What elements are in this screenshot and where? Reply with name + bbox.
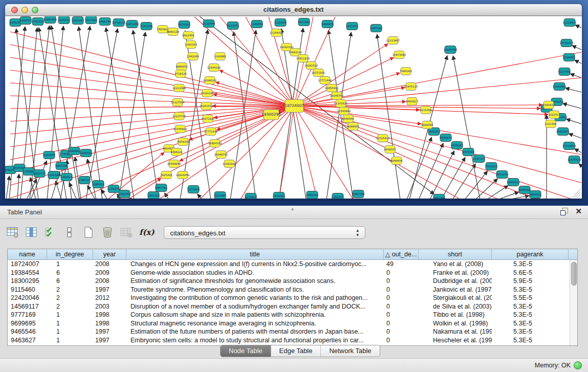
graph-node[interactable]: 9549557 xyxy=(384,146,396,154)
graph-node[interactable]: 9699695 xyxy=(421,121,433,129)
graph-node[interactable]: 1801360 xyxy=(433,194,445,199)
graph-node[interactable]: 1125449 xyxy=(274,19,286,27)
graph-node[interactable]: 12161620 xyxy=(334,100,347,107)
graph-node[interactable]: 16648784 xyxy=(444,46,458,54)
graph-node[interactable]: 16046750 xyxy=(330,92,343,100)
graph-node[interactable]: 8938914 xyxy=(440,134,452,142)
graph-node[interactable]: 16320100 xyxy=(201,90,214,97)
graph-node[interactable]: 8466160 xyxy=(99,18,111,26)
tab-node-table[interactable]: Node Table xyxy=(221,345,271,357)
graph-node[interactable]: 15751074 xyxy=(560,39,574,47)
graph-node[interactable]: 17771430 xyxy=(204,128,217,136)
graph-node[interactable]: 12215700 xyxy=(172,113,186,120)
graph-node[interactable]: 15811220 xyxy=(296,55,310,62)
graph-node[interactable]: 17016504 xyxy=(562,142,576,150)
splitter-handle-icon[interactable]: ▲ xyxy=(290,206,295,211)
table-row[interactable]: 977716911998Corpus callosum shape and si… xyxy=(8,311,577,319)
graph-node[interactable]: 18724007 xyxy=(285,100,304,113)
graph-node[interactable]: 7151526 xyxy=(140,23,152,30)
graph-node[interactable]: 1210366 xyxy=(545,120,556,128)
graph-node[interactable]: 8660128 xyxy=(167,28,179,36)
table-row[interactable]: 1938455462009Genome-wide association stu… xyxy=(8,269,577,277)
graph-node[interactable]: 11675330 xyxy=(568,156,581,164)
table-row[interactable]: 946362711997Embryonic stem cells: a mode… xyxy=(8,336,577,345)
graph-node[interactable]: 6879197 xyxy=(451,142,463,149)
float-panel-icon[interactable] xyxy=(560,208,568,215)
graph-node[interactable]: 1664978 xyxy=(321,20,333,28)
table-row[interactable]: 1872400712008Changes of HCN gene express… xyxy=(8,260,577,269)
graph-node[interactable]: 9889655 xyxy=(176,63,187,71)
graph-node[interactable]: 8471676 xyxy=(496,171,508,179)
table-row[interactable]: 1830029562008Estimation of significance … xyxy=(8,277,577,286)
graph-node[interactable]: 9549556 xyxy=(342,115,354,123)
rows-icon[interactable] xyxy=(63,227,76,238)
graph-node[interactable]: 9463627 xyxy=(406,98,418,105)
graph-node[interactable]: 1990601 xyxy=(68,147,80,155)
graph-node[interactable]: 16271920 xyxy=(201,115,214,123)
graph-node[interactable]: 2020655 xyxy=(43,151,55,159)
graph-node[interactable]: 8099656 xyxy=(390,157,402,165)
graph-node[interactable]: 11540990 xyxy=(337,107,351,115)
graph-node[interactable]: 12213388 xyxy=(172,84,186,92)
table-row[interactable]: 1456911722003Disruption of a novel membe… xyxy=(8,302,577,311)
graph-node[interactable]: 12161610 xyxy=(223,160,236,168)
resize-corner-icon[interactable] xyxy=(572,189,580,198)
graph-node[interactable]: 8099655 xyxy=(347,123,359,130)
graph-node[interactable]: 1942737 xyxy=(33,170,45,178)
graph-node[interactable]: 11545900 xyxy=(173,125,187,133)
graph-node[interactable]: 1156869 xyxy=(23,168,34,176)
graph-node[interactable]: 12213967 xyxy=(386,37,400,45)
graph-node[interactable]: 10719135 xyxy=(112,19,125,27)
graph-node[interactable]: 8912954 xyxy=(182,32,194,39)
graph-node[interactable]: 1071919 xyxy=(346,23,358,30)
graph-node[interactable]: 1942788 xyxy=(352,190,364,198)
table-row[interactable]: 969969511998Structural magnetic resonanc… xyxy=(8,319,577,328)
vertical-scrollbar[interactable] xyxy=(570,260,577,345)
table-row[interactable]: 946554611997Estimation of the future num… xyxy=(8,327,577,336)
graph-node[interactable]: 17771440 xyxy=(318,77,332,84)
graph-node[interactable]: 10654112 xyxy=(507,179,520,186)
graph-node[interactable]: 18300295 xyxy=(262,110,281,120)
graph-node[interactable]: 1292346 xyxy=(118,190,130,198)
graph-node[interactable]: 16854340 xyxy=(325,84,338,92)
graph-node[interactable]: 10973493 xyxy=(393,51,406,59)
graph-node[interactable]: 16261520 xyxy=(304,62,318,70)
graph-node[interactable]: 9997588 xyxy=(55,162,67,170)
graph-node[interactable]: 16271930 xyxy=(312,69,325,77)
graph-node[interactable]: 1061520 xyxy=(147,192,159,199)
tab-network-table[interactable]: Network Table xyxy=(320,345,379,357)
graph-node[interactable]: 7485063 xyxy=(400,68,411,75)
graph-node[interactable]: 16096162 xyxy=(203,77,216,84)
new-document-icon[interactable] xyxy=(82,227,95,238)
graph-node[interactable]: 9856632 xyxy=(529,191,541,199)
graph-node[interactable]: 8572301 xyxy=(178,21,190,29)
network-graph[interactable]: 9335061240557237915162069140611065321053… xyxy=(5,16,582,199)
table-row[interactable]: 911546021997Tourette syndrome. Phenomeno… xyxy=(8,286,577,294)
graph-node[interactable]: 2342004 xyxy=(187,53,199,60)
graph-node[interactable]: 11118420 xyxy=(563,19,576,27)
close-panel-icon[interactable]: ✕ xyxy=(575,208,582,215)
tab-edge-table[interactable]: Edge Table xyxy=(271,345,321,357)
graph-node[interactable]: 1371648 xyxy=(187,186,199,193)
graph-node[interactable]: 16914459 xyxy=(176,171,189,179)
graph-node[interactable]: 11254419 xyxy=(270,29,283,37)
graph-node[interactable]: 15692971 xyxy=(556,128,570,136)
graph-node[interactable]: 1273645 xyxy=(245,193,256,199)
graph-node[interactable]: 9474444 xyxy=(462,148,474,156)
graph-node[interactable]: 7932621 xyxy=(485,163,497,170)
graph-node[interactable]: 1350577 xyxy=(332,193,343,199)
scrollbar-thumb[interactable] xyxy=(571,262,577,286)
graph-node[interactable]: 2935114 xyxy=(473,155,485,163)
table-settings-icon[interactable] xyxy=(7,227,19,238)
graph-node[interactable]: 16261510 xyxy=(200,102,213,110)
column-header-out_de[interactable]: △ out_de... xyxy=(384,249,419,259)
graph-node[interactable]: 1022413 xyxy=(548,111,560,119)
column-header-year[interactable]: year xyxy=(93,249,126,259)
graph-node[interactable]: 1095822 xyxy=(306,191,318,199)
graph-node[interactable]: 1148539 xyxy=(251,20,263,28)
graph-node[interactable]: 1053287 xyxy=(72,17,83,25)
graph-node[interactable]: 9672402 xyxy=(298,18,310,26)
graph-node[interactable]: 2160500 xyxy=(80,149,92,157)
graph-node[interactable]: 1795727 xyxy=(78,177,90,184)
graph-node[interactable]: 8131074 xyxy=(227,22,239,30)
